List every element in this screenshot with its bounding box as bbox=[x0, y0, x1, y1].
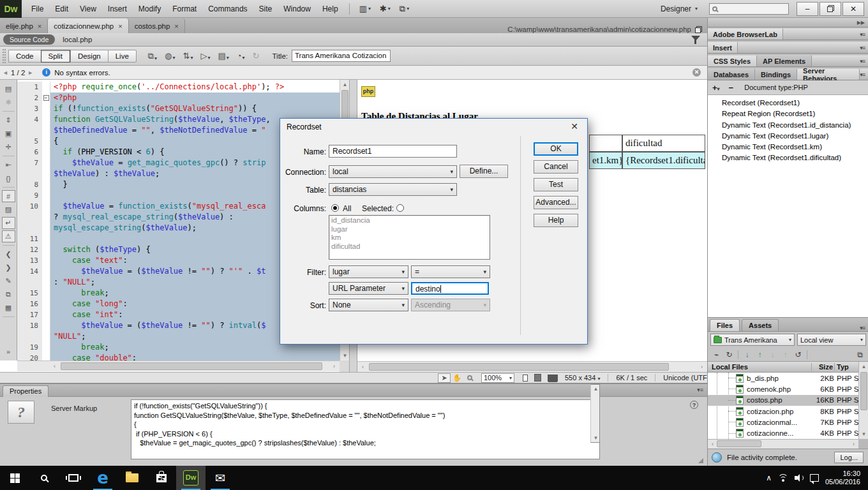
document-tab-costos-php[interactable]: costos.php× bbox=[129, 19, 185, 33]
expand-all-icon[interactable]: ✛ bbox=[2, 141, 15, 153]
open-documents-icon[interactable]: ▤ bbox=[2, 83, 15, 95]
menu-site[interactable]: Site bbox=[253, 1, 278, 17]
check-out-files-icon[interactable]: ↓ bbox=[767, 349, 779, 360]
scroll-up-icon[interactable]: ▲ bbox=[341, 80, 349, 89]
tab-files[interactable]: Files bbox=[710, 319, 740, 331]
scroll-down-icon[interactable]: ▼ bbox=[341, 352, 349, 360]
browserlab-panel-header[interactable]: Adobe BrowserLab ▾≡ bbox=[708, 28, 868, 40]
minimize-button[interactable]: – bbox=[797, 2, 818, 16]
remove-comment-icon[interactable]: ❯ bbox=[2, 262, 15, 274]
mail-icon[interactable]: ✉ bbox=[206, 466, 235, 490]
related-file-local-php[interactable]: local.php bbox=[63, 36, 92, 43]
action-center-icon[interactable] bbox=[810, 474, 819, 482]
menu-file[interactable]: File bbox=[26, 1, 49, 17]
close-tab-icon[interactable]: × bbox=[118, 22, 122, 30]
document-tab-cotizacionnew-php[interactable]: cotizacionnew.php× bbox=[48, 19, 128, 33]
close-dialog-icon[interactable]: ✕ bbox=[567, 121, 582, 131]
show-hidden-icons-icon[interactable]: ∧ bbox=[766, 473, 772, 482]
log-button[interactable]: Log... bbox=[834, 452, 864, 463]
file-management-icon[interactable]: ⇅▾ bbox=[183, 51, 193, 61]
dynamic-text-cell-km[interactable]: et1.km} bbox=[589, 152, 622, 169]
tab-css-styles[interactable]: CSS Styles bbox=[708, 56, 757, 66]
refresh-icon[interactable]: ↻ bbox=[723, 349, 735, 360]
file-row-cotizacion-php[interactable]: cotizacion.php8KBPHP S bbox=[708, 406, 858, 417]
server-behavior-item[interactable]: Dynamic Text (Recordset1.dificultad) bbox=[708, 152, 868, 163]
server-behavior-item[interactable]: Dynamic Text (Recordset1.lugar) bbox=[708, 131, 868, 142]
column-size[interactable]: Size bbox=[811, 363, 834, 371]
cascade-windows-icon[interactable] bbox=[695, 26, 702, 33]
server-markup-code[interactable]: if (!function_exists("GetSQLValueString"… bbox=[131, 399, 600, 459]
help-button[interactable]: Help bbox=[534, 214, 578, 227]
close-tab-icon[interactable]: × bbox=[174, 22, 178, 30]
windows-store-icon[interactable] bbox=[147, 466, 176, 490]
table-select[interactable]: distancias▾ bbox=[329, 183, 457, 196]
code-view-button[interactable]: Code bbox=[8, 50, 41, 63]
php-script-badge[interactable]: php bbox=[361, 86, 375, 97]
split-view-button[interactable]: Split bbox=[41, 50, 70, 63]
column-item-lugar[interactable]: lugar bbox=[331, 225, 488, 234]
close-info-bar-icon[interactable]: ✕ bbox=[692, 68, 701, 77]
hand-tool-icon[interactable]: ✋ bbox=[451, 373, 463, 383]
tab-assets[interactable]: Assets bbox=[742, 319, 779, 331]
file-row-b_dis-php[interactable]: b_dis.php2KBPHP S bbox=[708, 373, 858, 383]
panel-menu-icon[interactable]: ▾≡ bbox=[860, 71, 865, 78]
column-item-dificultad[interactable]: dificultad bbox=[331, 242, 488, 251]
layout-switcher-icon[interactable]: ▥▾ bbox=[355, 2, 375, 15]
w3c-validation-icon[interactable]: ▤▾ bbox=[218, 51, 228, 61]
design-horizontal-scrollbar[interactable]: ‹ › bbox=[357, 361, 707, 372]
filter-column-select[interactable]: lugar▾ bbox=[329, 265, 408, 278]
advanced-button[interactable]: Advanced... bbox=[534, 196, 578, 209]
move-convert-css-icon[interactable]: ▦ bbox=[2, 302, 15, 314]
file-row-cotizacionmal---[interactable]: cotizacionmal...7KBPHP S bbox=[708, 417, 858, 427]
tab-server-behaviors[interactable]: Server Behaviors bbox=[797, 69, 860, 80]
file-row-cotizacionne---[interactable]: cotizacionne...4KBPHP S bbox=[708, 427, 858, 438]
tab-ap-elements[interactable]: AP Elements bbox=[757, 56, 812, 66]
mobile-size-icon[interactable] bbox=[523, 375, 528, 382]
filter-operator-select[interactable]: =▾ bbox=[411, 265, 490, 278]
help-icon[interactable]: ? bbox=[690, 401, 698, 409]
network-icon[interactable] bbox=[778, 474, 788, 482]
balance-braces-icon[interactable]: {} bbox=[2, 172, 15, 184]
sort-direction-select[interactable]: Ascending▾ bbox=[411, 299, 490, 311]
check-in-files-icon[interactable]: ↑ bbox=[779, 349, 791, 360]
search-input[interactable] bbox=[709, 3, 789, 15]
taskbar-clock[interactable]: 16:30 05/06/2016 bbox=[825, 470, 860, 486]
scroll-up-icon[interactable]: ▲ bbox=[592, 385, 600, 393]
synchronize-icon[interactable]: ↺ bbox=[792, 349, 804, 360]
panel-menu-icon[interactable]: ▾≡ bbox=[860, 31, 865, 38]
menu-insert[interactable]: Insert bbox=[102, 1, 133, 17]
scroll-right-icon[interactable]: › bbox=[330, 362, 338, 371]
edge-icon[interactable]: e bbox=[88, 466, 117, 490]
extend-dreamweaver-icon[interactable]: ✱▾ bbox=[375, 2, 395, 15]
table-header-cell-empty[interactable] bbox=[589, 135, 622, 152]
tablet-size-icon[interactable] bbox=[534, 374, 541, 382]
panel-resize-icon[interactable] bbox=[698, 458, 703, 463]
connection-select[interactable]: local▾ bbox=[329, 165, 457, 178]
more-icon[interactable]: » bbox=[2, 345, 15, 357]
files-vertical-scrollbar[interactable]: ▲ ▼ bbox=[858, 362, 868, 439]
panel-menu-icon[interactable]: ▾≡ bbox=[860, 58, 865, 64]
ok-button[interactable]: OK bbox=[534, 142, 578, 156]
expand-files-panel-icon[interactable]: ⧉ bbox=[854, 349, 866, 360]
add-behavior-icon[interactable]: +▾ bbox=[712, 83, 720, 93]
dialog-title-bar[interactable]: Recordset ✕ bbox=[280, 119, 587, 135]
site-select[interactable]: Trans Amerikana▾ bbox=[710, 334, 795, 346]
file-row-costos-php[interactable]: costos.php16KBPHP S bbox=[708, 395, 858, 406]
scroll-down-icon[interactable]: ▼ bbox=[592, 434, 600, 442]
line-numbers-icon[interactable]: # bbox=[2, 190, 15, 202]
column-item-id_distancia[interactable]: id_distancia bbox=[331, 216, 488, 225]
filter-source-select[interactable]: URL Parameter▾ bbox=[329, 282, 408, 295]
restore-button[interactable] bbox=[819, 2, 841, 16]
test-button[interactable]: Test bbox=[534, 178, 578, 191]
menu-commands[interactable]: Commands bbox=[202, 1, 253, 17]
previous-error-icon[interactable]: ◄ bbox=[3, 70, 8, 76]
check-browser-compatibility-icon[interactable]: ◔▾ bbox=[237, 51, 245, 61]
close-tab-icon[interactable]: × bbox=[38, 22, 41, 30]
properties-scrollbar[interactable]: ▲ ▼ bbox=[590, 384, 600, 443]
live-view-button[interactable]: Live bbox=[108, 50, 137, 63]
view-select[interactable]: Local view▾ bbox=[797, 334, 866, 346]
insert-panel-header[interactable]: Insert ▾≡ bbox=[708, 41, 868, 54]
zoom-tool-icon[interactable] bbox=[463, 373, 476, 383]
scroll-left-icon[interactable]: ‹ bbox=[708, 440, 717, 449]
server-behavior-item[interactable]: Repeat Region (Recordset1) bbox=[708, 108, 868, 119]
